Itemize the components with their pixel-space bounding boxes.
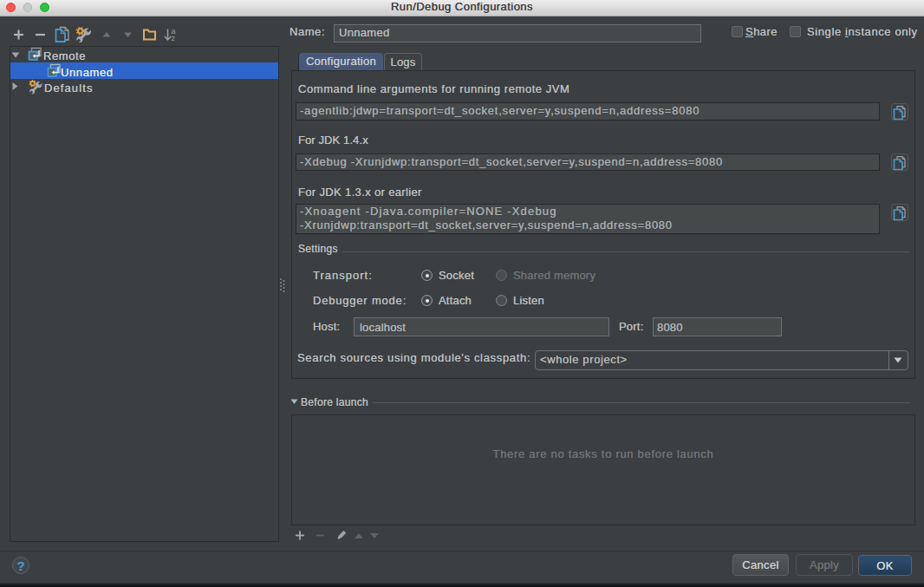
svg-text:z: z bbox=[172, 34, 176, 42]
